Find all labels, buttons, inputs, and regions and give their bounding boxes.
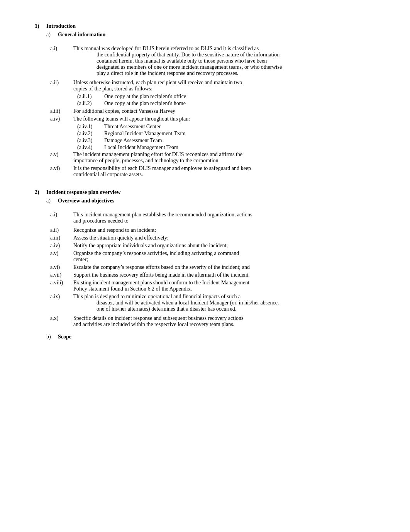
- section-2b: b) Scope: [46, 334, 379, 344]
- item-1a-i-cont1: the confidential property of that entity…: [73, 52, 379, 58]
- item-2a-ix: a.ix) This plan is designed to minimize …: [50, 294, 379, 312]
- item-2a-v-cont: center;: [73, 257, 88, 262]
- section-1a-label: a): [46, 32, 58, 42]
- item-1a-ii-2-num: (a.ii.2): [77, 100, 104, 107]
- item-2a-vi-num: a.vi): [50, 264, 73, 270]
- item-2a-x-num: a.x): [50, 315, 73, 328]
- item-1a-i-cont2: contained herein, this manual is availab…: [73, 58, 379, 64]
- item-1a-iii-num: a.iii): [50, 108, 73, 114]
- section-1-header: 1) Introduction: [35, 23, 379, 29]
- item-1a-i-cont3: designated as members of one or more inc…: [73, 64, 379, 70]
- section-1-label: Introduction: [46, 23, 76, 29]
- item-2a-ix-cont1: disaster, and will be activated when a l…: [73, 300, 379, 306]
- item-2a-ix-num: a.ix): [50, 294, 73, 312]
- item-2a-iii-num: a.iii): [50, 235, 73, 241]
- item-1a-ii: a.ii) Unless otherwise instructed, each …: [50, 80, 379, 92]
- item-1a-ii-cont: copies of the plan, stored as follows:: [73, 86, 152, 92]
- item-2a-ii-num: a.ii): [50, 227, 73, 233]
- item-2a-iv-num: a.iv): [50, 243, 73, 249]
- item-1a-iv-3: (a.iv.3) Damage Assessment Team: [77, 138, 379, 144]
- item-1a-v-cont: importance of people, processes, and tec…: [73, 158, 220, 163]
- item-1a-iv-text: The following teams will appear througho…: [73, 116, 190, 122]
- section-2b-heading: Scope: [58, 334, 71, 340]
- section-1: 1) Introduction a) General information a…: [35, 23, 379, 178]
- item-1a-iv-2-text: Regional Incident Management Team: [104, 131, 186, 137]
- section-2: 2) Incident response plan overview a) Ov…: [35, 189, 379, 344]
- item-2a-i-num: a.i): [50, 212, 73, 224]
- item-1a-iv-2: (a.iv.2) Regional Incident Management Te…: [77, 131, 379, 137]
- item-1a-iv-4-text: Local Incident Management Team: [104, 144, 178, 151]
- item-2a-ix-text: This plan is designed to minimize operat…: [73, 294, 379, 312]
- item-1a-iv-4-num: (a.iv.4): [77, 144, 104, 151]
- item-1a-iv-4: (a.iv.4) Local Incident Management Team: [77, 144, 379, 151]
- item-1a-iii: a.iii) For additional copies, contact Va…: [50, 108, 379, 114]
- section-1a: a) General information a.i) This manual …: [46, 32, 379, 178]
- item-1a-v-text: The incident management planning effort …: [73, 151, 379, 164]
- item-1a-vi-text: It is the responsibility of each DLIS ma…: [73, 165, 379, 178]
- item-1a-iv: a.iv) The following teams will appear th…: [50, 116, 379, 122]
- section-2-num: 2): [35, 189, 46, 195]
- item-1a-iv-num: a.iv): [50, 116, 73, 122]
- item-2a-i-cont: and procedures needed to: [73, 218, 129, 224]
- item-1a-iv-3-num: (a.iv.3): [77, 138, 104, 144]
- section-2a-heading: Overview and objectives: [58, 198, 114, 204]
- item-1a-ii-1-text: One copy at the plan recipient's office: [104, 93, 186, 100]
- item-1a-iv-3-text: Damage Assessment Team: [104, 138, 162, 144]
- item-1a-iv-sublist: (a.iv.1) Threat Assessment Center (a.iv.…: [77, 124, 379, 151]
- item-1a-vi: a.vi) It is the responsibility of each D…: [50, 165, 379, 178]
- item-2a-ii: a.ii) Recognize and respond to an incide…: [50, 227, 379, 233]
- section-2b-header-row: b) Scope: [46, 334, 379, 344]
- item-1a-v: a.v) The incident management planning ef…: [50, 151, 379, 164]
- section-2a: a) Overview and objectives a.i) This inc…: [46, 198, 379, 328]
- item-2a-iv-text: Notify the appropriate individuals and o…: [73, 243, 228, 249]
- item-2a-vi: a.vi) Escalate the company’s response ef…: [50, 264, 379, 270]
- item-1a-ii-num: a.ii): [50, 80, 73, 92]
- item-1a-vi-num: a.vi): [50, 165, 73, 178]
- item-2a-vii: a.vii) Support the business recovery eff…: [50, 272, 379, 278]
- item-1a-iv-2-num: (a.iv.2): [77, 131, 104, 137]
- item-2a-iii-text: Assess the situation quickly and effecti…: [73, 235, 169, 241]
- section-2a-label: a): [46, 198, 58, 208]
- item-2a-x-text: Specific details on incident response an…: [73, 315, 379, 328]
- item-1a-iii-text: For additional copies, contact Vansessa …: [73, 108, 175, 114]
- page: 1) Introduction a) General information a…: [0, 0, 410, 369]
- item-2a-vii-text: Support the business recovery efforts be…: [73, 272, 379, 278]
- item-1a-ii-2: (a.ii.2) One copy at the plan recipient'…: [77, 100, 379, 107]
- item-2a-i: a.i) This incident management plan estab…: [50, 212, 379, 224]
- item-1a-i-text: This manual was developed for DLIS herei…: [73, 46, 379, 76]
- item-2a-x: a.x) Specific details on incident respon…: [50, 315, 379, 328]
- item-2a-v-num: a.v): [50, 250, 73, 263]
- item-2a-vi-text: Escalate the company’s response efforts …: [73, 264, 379, 270]
- item-1a-v-num: a.v): [50, 151, 73, 164]
- item-1a-i: a.i) This manual was developed for DLIS …: [50, 46, 379, 76]
- item-1a-vi-cont: confidential all corporate assets.: [73, 172, 143, 177]
- section-2b-label: b): [46, 334, 58, 344]
- item-1a-ii-2-text: One copy at the plan recipient's home: [104, 100, 186, 107]
- item-1a-iv-1-text: Threat Assessment Center: [104, 124, 161, 130]
- item-2a-i-text: This incident management plan establishe…: [73, 212, 379, 224]
- item-2a-viii: a.viii) Existing incident management pla…: [50, 280, 379, 292]
- item-2a-iii: a.iii) Assess the situation quickly and …: [50, 235, 379, 241]
- item-2a-v-text: Organize the company’s response activiti…: [73, 250, 379, 263]
- item-1a-ii-text: Unless otherwise instructed, each plan r…: [73, 80, 379, 92]
- item-1a-iv-1-num: (a.iv.1): [77, 124, 104, 130]
- section-2-header: 2) Incident response plan overview: [35, 189, 379, 195]
- section-1a-heading: General information: [58, 32, 105, 38]
- item-1a-i-num: a.i): [50, 46, 73, 76]
- item-2a-ii-text: Recognize and respond to an incident;: [73, 227, 156, 233]
- item-2a-ix-cont2: one of his/her alternates) determines th…: [73, 306, 379, 312]
- item-2a-viii-cont: Policy statement found in Section 6.2 of…: [73, 286, 192, 292]
- section-2a-header-row: a) Overview and objectives: [46, 198, 379, 208]
- item-2a-viii-num: a.viii): [50, 280, 73, 292]
- section-2-label: Incident response plan overview: [46, 189, 120, 195]
- item-1a-ii-1: (a.ii.1) One copy at the plan recipient'…: [77, 93, 379, 100]
- item-2a-iv: a.iv) Notify the appropriate individuals…: [50, 243, 379, 249]
- item-1a-ii-1-num: (a.ii.1): [77, 93, 104, 100]
- item-1a-i-cont4: play a direct role in the incident respo…: [73, 70, 379, 76]
- section-1a-header-row: a) General information: [46, 32, 379, 42]
- item-2a-v: a.v) Organize the company’s response act…: [50, 250, 379, 263]
- item-2a-vii-num: a.vii): [50, 272, 73, 278]
- item-2a-x-cont: and activities are included within the r…: [73, 321, 234, 327]
- item-2a-viii-text: Existing incident management plans shoul…: [73, 280, 379, 292]
- item-1a-iv-1: (a.iv.1) Threat Assessment Center: [77, 124, 379, 130]
